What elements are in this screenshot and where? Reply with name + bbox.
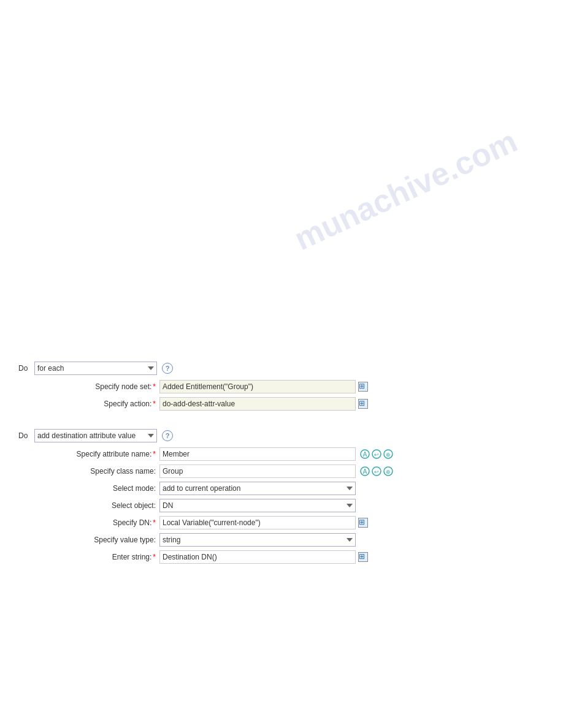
do-select-2[interactable]: add destination attribute value: [34, 429, 157, 442]
node-set-table-icon: [358, 382, 368, 392]
svg-text:↩: ↩: [374, 452, 379, 458]
do-label-2: Do: [18, 431, 31, 440]
do-row-1: Do for each ?: [18, 362, 545, 375]
section1: Do for each ? Specify node set:* Specify…: [0, 362, 563, 411]
attr-name-icon-1[interactable]: A: [360, 449, 370, 459]
help-icon-2[interactable]: ?: [162, 430, 173, 441]
select-object-row: Select object: DN Association: [18, 499, 545, 512]
dn-table-icon-btn[interactable]: [357, 517, 369, 529]
required-star-attr: *: [153, 450, 156, 458]
svg-text:↩: ↩: [374, 469, 379, 475]
specify-value-type-row: Specify value type: string integer boole…: [18, 533, 545, 547]
svg-text:⊕: ⊕: [386, 469, 391, 475]
attr-name-icon-3[interactable]: ⊕: [383, 449, 393, 459]
class-name-icon-1[interactable]: A: [360, 466, 370, 476]
enter-string-row: Enter string:*: [18, 550, 545, 564]
specify-action-row: Specify action:*: [18, 397, 545, 411]
specify-action-input[interactable]: [159, 397, 356, 411]
specify-value-type-dropdown[interactable]: string integer boolean: [159, 533, 356, 547]
main-content: Do for each ? Specify node set:* Specify…: [0, 362, 563, 582]
select-mode-dropdown[interactable]: add to current operation replace: [159, 482, 356, 495]
specify-attr-name-row: Specify attribute name:* A ↩ ⊕: [18, 447, 545, 461]
watermark: munachive.com: [289, 123, 523, 257]
select-mode-row: Select mode: add to current operation re…: [18, 482, 545, 495]
specify-dn-input[interactable]: [159, 516, 356, 529]
specify-node-set-label: Specify node set:*: [37, 382, 159, 391]
action-table-icon-btn[interactable]: [357, 398, 369, 410]
string-table-icon: [358, 552, 368, 562]
class-name-icon-2[interactable]: ↩: [372, 466, 381, 476]
specify-class-name-row: Specify class name: A ↩ ⊕: [18, 464, 545, 478]
enter-string-input[interactable]: [159, 550, 356, 564]
required-star-action: *: [153, 400, 156, 408]
required-star-string: *: [153, 553, 156, 561]
do-select-1[interactable]: for each: [34, 362, 157, 375]
required-star-node-set: *: [153, 382, 156, 391]
string-table-icon-btn[interactable]: [357, 551, 369, 563]
dn-table-icon: [358, 518, 368, 528]
specify-dn-label: Specify DN:*: [37, 518, 159, 527]
select-object-dropdown[interactable]: DN Association: [159, 499, 356, 512]
specify-node-set-row: Specify node set:*: [18, 380, 545, 393]
do-row-2: Do add destination attribute value ?: [18, 429, 545, 442]
svg-text:A: A: [363, 468, 367, 475]
section2: Do add destination attribute value ? Spe…: [0, 429, 563, 564]
do-label-1: Do: [18, 364, 31, 373]
help-icon-1[interactable]: ?: [162, 363, 173, 374]
required-star-dn: *: [153, 518, 156, 527]
specify-attr-name-label: Specify attribute name:*: [37, 450, 159, 458]
specify-class-name-input[interactable]: [159, 464, 356, 478]
enter-string-label: Enter string:*: [37, 553, 159, 561]
specify-action-label: Specify action:*: [37, 400, 159, 408]
attr-name-icons: A ↩ ⊕: [358, 449, 393, 459]
class-name-icon-3[interactable]: ⊕: [383, 466, 393, 476]
action-table-icon: [358, 399, 368, 409]
specify-class-name-label: Specify class name:: [37, 467, 159, 476]
specify-value-type-label: Specify value type:: [37, 536, 159, 544]
class-name-icons: A ↩ ⊕: [358, 466, 393, 476]
select-mode-label: Select mode:: [37, 484, 159, 493]
select-object-label: Select object:: [37, 501, 159, 510]
attr-name-icon-2[interactable]: ↩: [372, 449, 381, 459]
node-set-table-icon-btn[interactable]: [357, 381, 369, 393]
svg-text:A: A: [363, 451, 367, 458]
svg-text:⊕: ⊕: [386, 452, 391, 458]
specify-node-set-input[interactable]: [159, 380, 356, 393]
specify-attr-name-input[interactable]: [159, 447, 356, 461]
specify-dn-row: Specify DN:*: [18, 516, 545, 529]
